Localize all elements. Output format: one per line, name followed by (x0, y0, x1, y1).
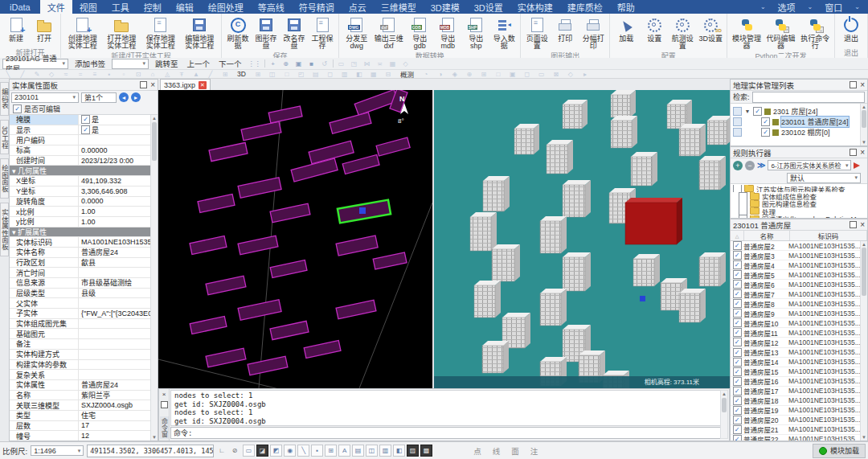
document-tab[interactable]: 3363.igxp ✕ (160, 79, 211, 90)
next-button[interactable]: 下一个 (216, 58, 244, 69)
bookmark-combo[interactable]: ▾ (112, 59, 149, 69)
tool-icon[interactable]: ▲ (191, 70, 201, 78)
float-panel-icon[interactable] (850, 221, 857, 228)
rule-item[interactable]: 图元构建信息检查 (731, 200, 867, 207)
building-3d[interactable] (514, 124, 539, 154)
layer-visibility-icon[interactable] (733, 107, 742, 116)
table-row[interactable]: ✓普通房屋18MA1001NE103H1535... (731, 396, 867, 406)
rule-item[interactable]: 处理 (731, 207, 867, 215)
status-toggle-icon[interactable]: ▨ (407, 445, 419, 457)
mode-3d-label[interactable]: 3D (235, 70, 248, 78)
checkbox-icon[interactable]: ✓ (733, 299, 742, 308)
snap-icon[interactable]: ⊘ (230, 447, 240, 455)
ribbon-button[interactable]: 打开地理实体工程 (103, 14, 141, 51)
ribbon-button[interactable]: C刷新数据 (224, 14, 252, 51)
checkbox-icon[interactable]: ✓ (733, 289, 742, 298)
property-row[interactable]: 实体属性普通房屋24 (10, 380, 158, 391)
tool-icon[interactable]: ⊕ (465, 70, 474, 78)
menu-item-视图[interactable]: 视图 (72, 0, 104, 14)
ribbon-button[interactable]: 模块管理器 (730, 14, 764, 51)
building-3d[interactable] (631, 152, 657, 186)
status-toggle-icon[interactable]: ◧ (393, 445, 405, 457)
tree-row[interactable]: ✓230101 普通房屋[24] (731, 117, 867, 127)
menu-item-帮助[interactable]: 帮助 (610, 0, 642, 14)
tool-icon[interactable]: ⊟ (383, 70, 393, 78)
property-row[interactable]: 信息来源市县级基础测绘 (10, 278, 158, 289)
checkbox-icon[interactable]: ✓ (733, 367, 742, 376)
tool-icon[interactable]: ▣ (508, 70, 518, 78)
checkbox-icon[interactable]: ✓ (733, 416, 742, 424)
building-3d[interactable] (679, 124, 706, 156)
run-rules-button[interactable]: ≫ (757, 161, 765, 170)
checkbox-icon[interactable]: ✓ (733, 328, 742, 337)
tool-icon[interactable]: Ŧ (177, 70, 186, 78)
tool-icon[interactable]: ◇ (566, 70, 575, 78)
checkbox-icon[interactable]: ✓ (753, 107, 762, 116)
tool-icon[interactable]: ◫ (268, 70, 277, 78)
scroll-up-icon[interactable]: ▲ (862, 104, 866, 110)
property-row[interactable]: 基础图元 (10, 329, 158, 339)
table-row[interactable]: ✓普通房屋12MA1001NE103H1535... (731, 338, 867, 347)
tool-icon[interactable]: ◑ (436, 70, 445, 78)
property-row[interactable]: 掩膜✓是 (10, 115, 158, 125)
entity-index-box[interactable]: 第1个 (81, 92, 117, 103)
ribbon-button[interactable]: dxf输出三维dxf (372, 14, 405, 51)
ribbon-button[interactable]: SHP导出shp (462, 14, 489, 51)
table-row[interactable]: ✓普通房屋8MA1001NE103H1535... (731, 299, 867, 309)
checkbox-icon[interactable]: ✓ (761, 128, 770, 137)
tool-icon[interactable]: ◇ (401, 59, 411, 68)
command-log[interactable]: nodes to select: 1get id: SXJZ0004.osgbn… (170, 390, 721, 426)
property-row[interactable]: Y坐标3,306,646.908 (10, 186, 158, 197)
checkbox-icon[interactable]: ✓ (761, 117, 770, 126)
command-window-label[interactable]: 命令窗 (160, 416, 169, 439)
module-status[interactable]: 模块加载 (813, 444, 866, 458)
tool-icon[interactable]: ◧ (354, 70, 364, 78)
checkbox-icon[interactable]: ✓ (733, 435, 742, 441)
run-flag-icon[interactable] (854, 162, 860, 169)
table-row[interactable]: ✓普通房屋6MA1001NE103H1535... (731, 280, 867, 289)
close-tab-icon[interactable]: ✕ (199, 81, 207, 89)
menu-item-控制[interactable]: 控制 (137, 0, 169, 14)
float-panel-icon[interactable] (161, 401, 168, 408)
building-3d[interactable] (563, 252, 591, 291)
selection-marker-3d[interactable] (640, 296, 645, 301)
expander-icon[interactable]: ▼ (744, 109, 751, 114)
menu-item-编辑[interactable]: 编辑 (169, 0, 201, 14)
tool-icon[interactable]: ⊞ (220, 70, 230, 78)
table-row[interactable]: ✓普通房屋11MA1001NE103H1535... (731, 328, 867, 338)
ribbon-button[interactable]: 打开 (31, 14, 58, 43)
tool-icon[interactable]: ≍ (375, 59, 385, 68)
menu-item-工具[interactable]: 工具 (104, 0, 137, 14)
table-row[interactable]: ✓普通房屋10MA1001NE103H1535... (731, 318, 867, 328)
checkbox-icon[interactable]: ✓ (733, 280, 742, 289)
ribbon-button[interactable]: 保存地理实体工程 (141, 14, 180, 51)
tool-icon[interactable]: ⋈ (362, 59, 372, 68)
status-toggle-icon[interactable]: ◉ (284, 445, 296, 457)
property-row[interactable]: 幢号12 (10, 431, 158, 441)
scroll-up-icon[interactable]: ▲ (152, 115, 157, 121)
add-rule-button[interactable]: + (733, 161, 743, 170)
property-row[interactable]: 创建时间2023/12/23 0:00 (10, 156, 158, 166)
building-3d[interactable] (611, 90, 636, 117)
ribbon-button[interactable]: 分幅打印 (579, 14, 607, 51)
menu-item-文件[interactable]: 文件 (40, 0, 72, 14)
scale-combo[interactable]: 1:1496▾ (31, 445, 84, 456)
building-3d[interactable] (492, 244, 520, 281)
tool-icon[interactable]: ■ (307, 59, 317, 68)
command-input[interactable]: 命令: (170, 427, 721, 439)
tool-icon[interactable]: ≈ (61, 70, 71, 78)
side-tab-绘图面板[interactable]: 绘图面板 (0, 158, 9, 199)
menu-item-实体构建[interactable]: 实体构建 (510, 0, 560, 14)
checkbox-icon[interactable]: ✓ (733, 406, 742, 415)
ribbon-button[interactable]: 加载 (612, 14, 640, 43)
tool-icon[interactable]: ▫ (119, 70, 129, 78)
prev-button[interactable]: 上一个 (185, 58, 213, 69)
layer-code-combo[interactable]: 230101▾ (11, 92, 79, 103)
tool-icon[interactable]: ◰ (297, 70, 306, 78)
close-icon[interactable]: × (150, 81, 155, 89)
tool-icon[interactable]: ▥ (340, 70, 350, 78)
selection-handle[interactable] (359, 207, 366, 214)
property-row[interactable]: 用户编码 (10, 135, 158, 145)
close-icon[interactable]: × (860, 149, 865, 157)
tool-icon[interactable]: ◇ (47, 70, 56, 78)
